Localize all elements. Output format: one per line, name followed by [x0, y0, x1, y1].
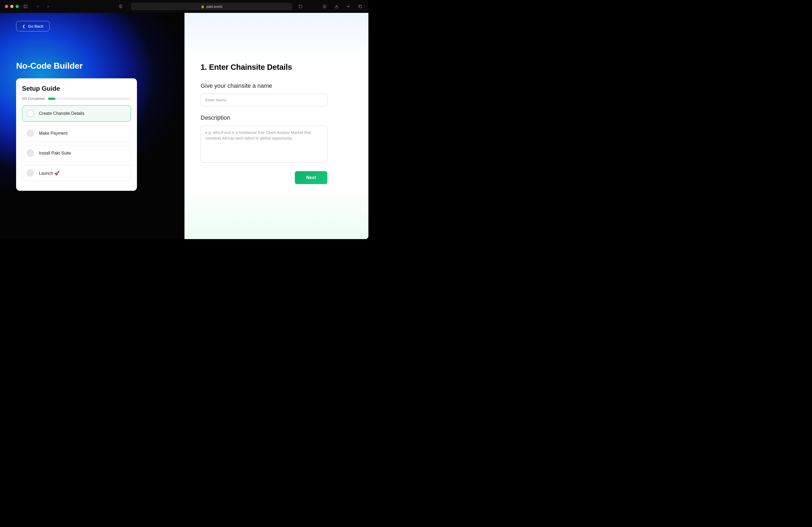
downloads-icon[interactable]	[321, 3, 328, 10]
chevron-left-icon: ❮	[22, 24, 25, 28]
step-status-icon	[27, 149, 34, 157]
step-label: Create Chansite Details	[39, 111, 84, 116]
step-make-payment[interactable]: Make Payment	[22, 125, 131, 141]
step-status-icon	[27, 130, 34, 137]
step-install-suite[interactable]: Install Pakt Suite	[22, 145, 131, 161]
description-field-label: Description	[201, 114, 352, 121]
svg-rect-9	[359, 6, 362, 8]
step-status-icon	[27, 110, 34, 117]
lock-icon: 🔒	[201, 5, 205, 8]
progress-fill	[48, 98, 56, 100]
url-text: pakt.world	[206, 4, 222, 9]
tabs-overview-icon[interactable]	[357, 3, 364, 10]
form-area: 1. Enter Chainsite Details Give your cha…	[201, 25, 352, 184]
go-back-button[interactable]: ❮ Go Back	[16, 21, 50, 31]
next-button[interactable]: Next	[295, 171, 327, 184]
go-back-label: Go Back	[28, 24, 44, 28]
privacy-shield-icon[interactable]	[117, 3, 124, 10]
setup-guide-title: Setup Guide	[22, 85, 131, 92]
step-label: Install Pakt Suite	[39, 151, 71, 156]
left-panel: ❮ Go Back No-Code Builder Setup Guide 0/…	[0, 13, 185, 239]
step-status-icon	[27, 169, 34, 177]
chainsite-name-input[interactable]	[201, 94, 327, 106]
form-actions: Next	[201, 171, 327, 184]
page-title: No-Code Builder	[16, 61, 168, 71]
sidebar-toggle-icon[interactable]	[22, 3, 29, 10]
step-create-details[interactable]: Create Chansite Details	[22, 105, 131, 122]
progress-row: 0/3 Completed	[22, 96, 131, 101]
share-icon[interactable]	[333, 3, 340, 10]
window-minimize-icon[interactable]	[10, 5, 13, 8]
url-bar[interactable]: 🔒 pakt.world	[131, 3, 292, 10]
window-zoom-icon[interactable]	[16, 5, 19, 8]
new-tab-icon[interactable]	[345, 3, 352, 10]
chrome-right-controls	[321, 3, 364, 10]
content: ❮ Go Back No-Code Builder Setup Guide 0/…	[0, 13, 368, 239]
refresh-icon[interactable]	[297, 3, 304, 10]
progress-bar	[48, 98, 131, 100]
nav-back-icon[interactable]	[34, 3, 41, 10]
browser-chrome: 🔒 pakt.world	[0, 0, 368, 13]
progress-label: 0/3 Completed	[22, 96, 45, 101]
step-label: Make Payment	[39, 131, 68, 136]
step-launch[interactable]: Launch 🚀	[22, 165, 131, 181]
nav-arrows	[34, 3, 52, 10]
right-panel: 1. Enter Chainsite Details Give your cha…	[185, 13, 368, 239]
chainsite-description-input[interactable]	[201, 125, 327, 163]
svg-rect-0	[24, 5, 27, 8]
form-title: 1. Enter Chainsite Details	[201, 63, 352, 72]
nav-forward-icon[interactable]	[45, 3, 52, 10]
traffic-lights	[5, 5, 19, 8]
step-label: Launch 🚀	[39, 171, 60, 176]
window-close-icon[interactable]	[5, 5, 8, 8]
setup-guide-card: Setup Guide 0/3 Completed Create Chansit…	[16, 78, 137, 191]
name-field-label: Give your chainsite a name	[201, 82, 352, 89]
